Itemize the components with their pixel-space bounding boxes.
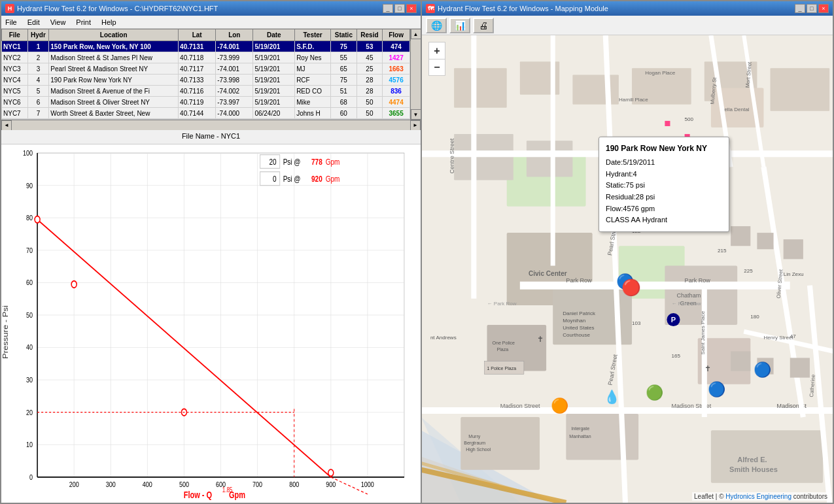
table-row[interactable]: NYC44190 Park Row New York NY40.7133-73.… <box>2 75 410 86</box>
map-minimize-button[interactable]: _ <box>795 4 805 13</box>
svg-text:Gpm: Gpm <box>326 157 340 167</box>
svg-text:Gpm: Gpm <box>229 490 245 501</box>
hydrant-nyc6[interactable]: 🔵 <box>708 381 725 398</box>
printer-button[interactable]: 🖨 <box>473 18 494 33</box>
table-wrapper: File Hydr Location Lat Lon Date Tester S… <box>1 29 421 120</box>
scroll-up-button[interactable]: ▲ <box>411 29 421 39</box>
leaflet-credit: Leaflet | © <box>694 493 725 500</box>
table-cell: RCF <box>295 75 331 86</box>
table-cell: 45 <box>356 52 383 63</box>
table-cell: NYC2 <box>2 52 28 63</box>
col-header-file: File <box>2 29 28 41</box>
zoom-out-button[interactable]: − <box>428 59 445 76</box>
svg-text:800: 800 <box>289 480 299 488</box>
table-cell: 40.7118 <box>179 52 216 63</box>
svg-text:Daniel Patrick: Daniel Patrick <box>563 311 596 316</box>
table-cell: 150 Park Row, New York, NY 100 <box>49 41 179 52</box>
menu-edit[interactable]: Edit <box>26 18 41 26</box>
hydrant-nyc2[interactable]: 🟠 <box>551 397 568 414</box>
svg-text:✝: ✝ <box>537 335 544 344</box>
table-cell: 75 <box>331 41 357 52</box>
svg-text:30: 30 <box>26 376 33 384</box>
svg-text:Flow - Q: Flow - Q <box>184 490 212 501</box>
table-cell: NYC6 <box>2 97 28 108</box>
svg-text:180: 180 <box>750 314 759 320</box>
svg-text:Henry Street: Henry Street <box>763 335 793 341</box>
maximize-button[interactable]: □ <box>394 4 405 13</box>
menu-file[interactable]: File <box>4 18 18 26</box>
svg-text:778: 778 <box>311 157 322 167</box>
svg-rect-162 <box>790 358 810 377</box>
svg-point-45 <box>71 281 77 288</box>
minimize-button[interactable]: _ <box>383 4 393 13</box>
table-row[interactable]: NYC33Pearl Street & Madison Street NY40.… <box>2 63 410 75</box>
map-maximize-button[interactable]: □ <box>807 4 817 13</box>
svg-rect-158 <box>757 233 773 249</box>
table-row[interactable]: NYC55Madison Street & Avenue of the Fi40… <box>2 86 410 97</box>
svg-rect-75 <box>454 134 513 180</box>
table-row[interactable]: NYC11150 Park Row, New York, NY 10040.71… <box>2 41 410 52</box>
right-window-title: Hydrant Flow Test 6.2 for Windows - Mapp… <box>438 5 608 12</box>
scroll-down-button[interactable]: ▼ <box>411 109 421 120</box>
svg-text:103: 103 <box>632 320 641 326</box>
menu-view[interactable]: View <box>49 18 67 26</box>
table-cell: 65 <box>331 63 357 75</box>
hydrant-nyc7[interactable]: 🔵 <box>754 361 771 378</box>
svg-text:0: 0 <box>273 174 277 184</box>
hydrant-nyc3[interactable]: 💧 <box>604 389 620 405</box>
table-row[interactable]: NYC22Madison Street & St James Pl New40.… <box>2 52 410 63</box>
svg-rect-69 <box>454 68 507 107</box>
vertical-scrollbar[interactable]: ▲ ▼ <box>410 29 421 120</box>
table-row[interactable]: NYC77Worth Street & Baxter Street, New40… <box>2 108 410 119</box>
svg-text:40: 40 <box>26 343 33 351</box>
chart-button[interactable]: 📊 <box>449 18 470 33</box>
scroll-right-button[interactable]: ► <box>410 120 421 131</box>
svg-text:10: 10 <box>26 441 33 448</box>
popup-title: 190 Park Row New York NY <box>606 143 722 155</box>
table-container: File Hydr Location Lat Lon Date Tester S… <box>1 29 410 120</box>
table-cell: 1663 <box>383 63 410 75</box>
table-cell: S.F.D. <box>295 41 331 52</box>
zoom-controls: + − <box>428 42 445 76</box>
col-header-lon: Lon <box>216 29 253 41</box>
svg-text:Centre Street: Centre Street <box>449 138 455 173</box>
table-cell: 5/19/201 <box>253 52 295 63</box>
table-cell: Madison Street & St James Pl New <box>49 52 179 63</box>
table-cell: 3 <box>27 63 49 75</box>
svg-text:✝: ✝ <box>704 364 711 373</box>
globe-button[interactable]: 🌐 <box>426 18 447 33</box>
table-row[interactable]: NYC66Madison Street & Oliver Street NY40… <box>2 97 410 108</box>
svg-text:Park Row: Park Row <box>685 277 711 284</box>
table-cell: 40.7144 <box>179 108 216 119</box>
left-title-bar: H Hydrant Flow Test 6.2 for Windows - C:… <box>1 1 421 16</box>
close-button[interactable]: × <box>406 4 417 13</box>
map-close-button[interactable]: × <box>818 4 829 13</box>
zoom-in-button[interactable]: + <box>428 42 445 59</box>
hydrant-nyc5[interactable]: 🟢 <box>646 384 663 401</box>
table-cell: MJ <box>295 63 331 75</box>
svg-text:165: 165 <box>671 353 680 359</box>
hydrant-nyc4[interactable]: 🔴 <box>621 278 641 297</box>
svg-text:920: 920 <box>311 174 322 184</box>
app-icon: H <box>5 4 14 13</box>
table-cell: 5/19/201 <box>253 63 295 75</box>
table-cell: NYC7 <box>2 108 28 119</box>
scroll-left-button[interactable]: ◄ <box>1 120 12 131</box>
svg-text:20: 20 <box>269 157 277 167</box>
contributors-credit: contributors <box>793 493 827 500</box>
table-cell: 4474 <box>383 97 410 108</box>
svg-text:50: 50 <box>26 311 33 319</box>
horizontal-scrollbar[interactable]: ◄ ► <box>1 120 421 130</box>
col-header-flow: Flow <box>383 29 410 41</box>
table-cell: -74.002 <box>216 86 253 97</box>
menu-print[interactable]: Print <box>75 18 92 26</box>
svg-text:20: 20 <box>26 409 33 416</box>
svg-text:1 Police Plaza: 1 Police Plaza <box>487 366 517 371</box>
svg-text:Hamill Place: Hamill Place <box>619 97 648 103</box>
svg-rect-76 <box>527 141 572 176</box>
hydronics-credit[interactable]: Hydronics Engineering <box>725 493 791 500</box>
table-cell: 68 <box>331 97 357 108</box>
svg-text:1000: 1000 <box>361 480 374 488</box>
menu-help[interactable]: Help <box>100 18 118 26</box>
svg-text:Manhattan: Manhattan <box>569 434 591 439</box>
